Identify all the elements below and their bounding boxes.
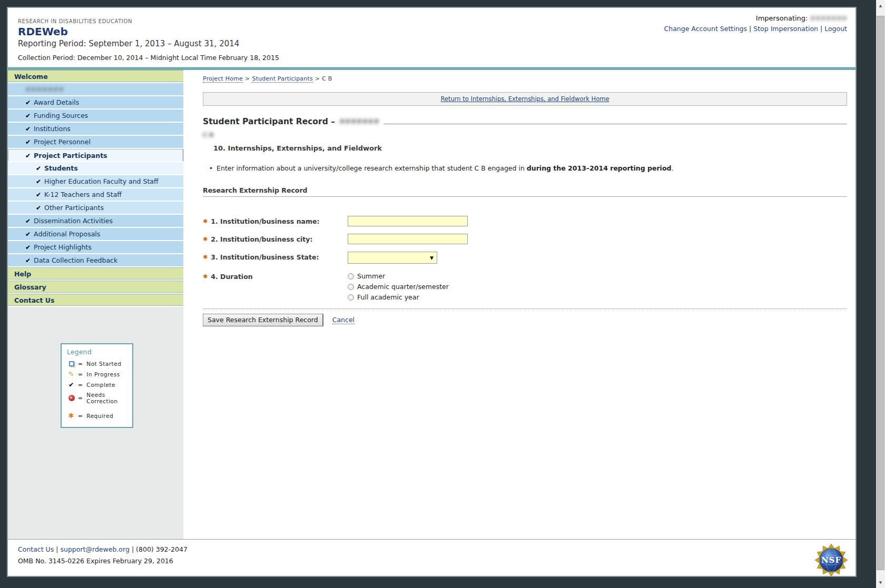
return-home-bar: Return to Internships, Externships, and … — [203, 92, 847, 106]
footer-contact-us-link[interactable]: Contact Us — [18, 545, 54, 553]
footer-contact-line: Contact Us|support@rdeweb.org|(800) 392-… — [18, 545, 856, 553]
sidebar-item-dissemination-activities[interactable]: ✔Dissemination Activities — [8, 215, 183, 227]
sidebar-item-label: Funding Sources — [34, 112, 88, 119]
breadcrumb-project-home-link[interactable]: Project Home — [203, 75, 243, 83]
cancel-link[interactable]: Cancel — [332, 316, 355, 324]
sidebar-item-project-highlights[interactable]: ✔Project Highlights — [8, 241, 183, 253]
breadcrumb-student-participants-link[interactable]: Student Participants — [252, 75, 312, 83]
radio-button-icon[interactable] — [348, 284, 354, 290]
form-row-institution-name: ✱ 1. Institution/business name: — [203, 216, 847, 226]
sidebar-item-students[interactable]: ✔Students — [8, 162, 183, 174]
sidebar-item-funding-sources[interactable]: ✔Funding Sources — [8, 109, 183, 122]
vertical-scrollbar[interactable]: ▲ ▼ — [876, 0, 885, 588]
chevron-down-icon: ▼ — [430, 255, 437, 261]
footer-omb-line: OMB No. 3145-0226 Expires February 29, 2… — [18, 557, 856, 565]
sidebar-item-institutions[interactable]: ✔Institutions — [8, 123, 183, 135]
sidebar-item-label: Other Participants — [44, 204, 104, 212]
section-heading: 10. Internships, Externships, and Fieldw… — [203, 144, 847, 152]
scrollbar-thumb[interactable] — [877, 16, 884, 570]
check-icon: ✔ — [25, 231, 31, 238]
form-actions: Save Research Externship Record Cancel — [203, 314, 847, 326]
sidebar-item-help[interactable]: Help — [8, 267, 183, 280]
bullet-icon: • — [209, 165, 213, 172]
return-home-link[interactable]: Return to Internships, Externships, and … — [440, 95, 609, 103]
check-icon: ✔ — [25, 217, 31, 225]
app-title: RDEWeb — [18, 25, 279, 38]
required-asterisk-icon: ✱ — [68, 412, 74, 420]
institution-state-select[interactable]: ▼ — [348, 252, 437, 264]
sidebar-item-label: K-12 Teachers and Staff — [44, 191, 122, 198]
breadcrumb-current: C B — [322, 75, 332, 82]
equals-sign: = — [78, 371, 83, 377]
title-rule — [384, 124, 847, 124]
form-bottom-divider — [203, 308, 847, 309]
change-account-settings-link[interactable]: Change Account Settings — [664, 25, 747, 33]
equals-sign: = — [78, 413, 83, 419]
page-header: RESEARCH IN DISABILITIES EDUCATION RDEWe… — [8, 8, 856, 67]
field-label: 1. Institution/business name: — [211, 217, 319, 225]
sidebar-item-glossary[interactable]: Glossary — [8, 281, 183, 293]
sidebar-item-data-collection-feedback[interactable]: ✔Data Collection Feedback — [8, 254, 183, 266]
scroll-down-icon[interactable]: ▼ — [876, 578, 885, 587]
check-icon: ✔ — [25, 125, 31, 133]
required-asterisk-icon: ✱ — [203, 236, 208, 243]
sidebar-item-award-details[interactable]: ✔Award Details — [8, 96, 183, 108]
radio-button-icon[interactable] — [348, 294, 354, 301]
sidebar-item-label: Dissemination Activities — [34, 217, 113, 225]
legend-label: In Progress — [86, 371, 120, 377]
award-number-redacted: ####### — [25, 85, 64, 93]
instruction-bullet: •Enter information about a university/co… — [203, 164, 847, 172]
page-title-row: Student Participant Record – ####### — [203, 117, 847, 126]
duration-radio-group: Summer Academic quarter/semester Full ac… — [348, 271, 449, 301]
sidebar-item-label: Data Collection Feedback — [34, 256, 117, 264]
duration-radio-full-year[interactable]: Full academic year — [348, 293, 449, 301]
nsf-logo: NSF — [814, 543, 848, 577]
required-asterisk-icon: ✱ — [203, 273, 208, 280]
sidebar-item-contact-us[interactable]: Contact Us — [8, 294, 183, 306]
check-icon: ✔ — [68, 381, 74, 388]
sidebar-item-award-number[interactable]: ####### — [8, 83, 183, 95]
radio-label: Academic quarter/semester — [357, 283, 449, 291]
needs-correction-icon: ✕ — [68, 395, 75, 401]
sidebar-item-higher-ed-faculty-staff[interactable]: ✔Higher Education Faculty and Staff — [8, 175, 183, 187]
not-started-icon — [69, 361, 74, 366]
check-icon: ✔ — [25, 257, 31, 264]
legend-label: Not Started — [86, 361, 121, 367]
logout-link[interactable]: Logout — [824, 25, 847, 33]
instruction-text: Enter information about a university/col… — [217, 164, 527, 172]
sidebar-item-label: Project Participants — [34, 152, 107, 160]
breadcrumb-separator: > — [315, 75, 320, 82]
check-icon: ✔ — [36, 178, 41, 185]
field-label: 3. Institution/business State: — [211, 253, 319, 261]
brand-block: RESEARCH IN DISABILITIES EDUCATION RDEWe… — [18, 18, 279, 62]
account-block: Impersonating: ####### Change Account Se… — [664, 14, 847, 33]
sidebar-item-label: Institutions — [34, 125, 71, 133]
institution-name-input[interactable] — [348, 216, 468, 226]
link-separator: | — [820, 25, 822, 33]
field-label: 4. Duration — [211, 273, 252, 281]
sidebar-nav: Welcome ####### ✔Award Details ✔Funding … — [8, 70, 183, 539]
scroll-up-icon[interactable]: ▲ — [876, 1, 885, 10]
legend-label: Needs Correction — [86, 392, 127, 404]
institution-city-input[interactable] — [348, 234, 468, 244]
required-asterisk-icon: ✱ — [203, 254, 208, 261]
duration-radio-academic-quarter[interactable]: Academic quarter/semester — [348, 283, 449, 291]
pencil-icon: ✎ — [68, 370, 74, 378]
equals-sign: = — [78, 382, 83, 388]
required-asterisk-icon: ✱ — [203, 218, 208, 225]
radio-button-icon[interactable] — [348, 273, 354, 280]
sidebar-item-other-participants[interactable]: ✔Other Participants — [8, 202, 183, 214]
sidebar-item-k12-teachers-staff[interactable]: ✔K-12 Teachers and Staff — [8, 188, 183, 201]
radio-label: Summer — [357, 272, 385, 280]
sidebar-item-additional-proposals[interactable]: ✔Additional Proposals — [8, 228, 183, 240]
sidebar-item-project-personnel[interactable]: ✔Project Personnel — [8, 136, 183, 148]
stop-impersonation-link[interactable]: Stop Impersonation — [753, 25, 818, 33]
save-externship-record-button[interactable]: Save Research Externship Record — [203, 314, 323, 326]
footer-email-link[interactable]: support@rdeweb.org — [61, 545, 130, 553]
duration-radio-summer[interactable]: Summer — [348, 272, 449, 280]
footer-separator: | — [56, 545, 58, 553]
sidebar-item-welcome[interactable]: Welcome — [8, 70, 183, 82]
footer-separator: | — [132, 545, 134, 553]
form-row-institution-state: ✱ 3. Institution/business State: ▼ — [203, 252, 847, 264]
sidebar-item-project-participants[interactable]: ✔Project Participants — [8, 149, 183, 161]
